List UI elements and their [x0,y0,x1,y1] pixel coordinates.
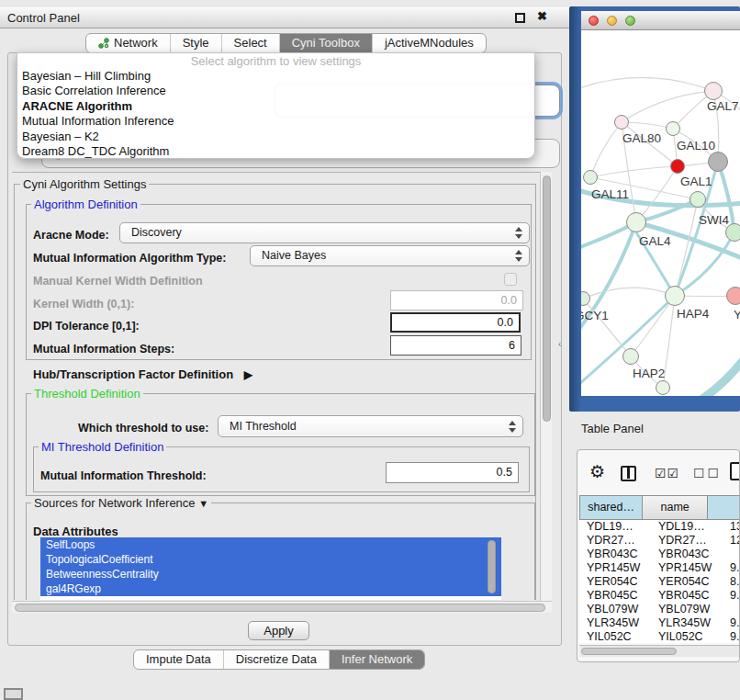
settings-horizontal-scrollbar[interactable] [12,601,552,613]
cell: YBR043C [587,548,647,561]
node-label-gal80: GAL80 [622,131,661,145]
table-row[interactable]: YDR27…YDR27…12 [579,534,740,548]
settings-scroll-area: Cyni Algorithm Settings Algorithm Defini… [13,173,539,600]
table-row[interactable]: YDL19…YDL19…13 [579,520,740,534]
cell: 9. [730,630,740,643]
tab-infer-network[interactable]: Infer Network [329,650,424,669]
cell: YDL19… [587,520,647,534]
network-node[interactable] [666,121,680,136]
aracne-mode-select[interactable]: Discovery [119,222,530,243]
network-view[interactable]: GAL7GAL80GAL10GAL1GAL11SWI4GAL4GCY1HAP4Y… [581,30,740,396]
network-node[interactable] [704,82,723,100]
table-row[interactable]: YBL079WYBL079W [579,603,740,616]
kernel-width-label: Kernel Width (0,1): [33,298,134,310]
tab-label: Impute Data [146,650,211,669]
stepper-arrows-icon [515,227,522,240]
mi-type-label: Mutual Information Algorithm Type: [33,252,226,265]
attribute-list-scrollbar[interactable] [488,540,496,593]
minimize-traffic-light[interactable] [607,16,617,26]
kernel-width-field[interactable]: 0.0 [390,290,523,310]
table-horizontal-scrollbar[interactable] [579,645,739,657]
hub-definition-toggle[interactable]: Hub/Transcription Factor Definition ▶ [33,367,252,381]
algorithm-dropdown-placeholder: Select algorithm to view settings [17,53,534,69]
close-traffic-light[interactable] [589,16,599,26]
network-node[interactable] [670,159,685,174]
column-header-name[interactable]: name [643,495,708,520]
expand-right-icon[interactable]: ▶ [244,368,252,381]
algorithm-option-mutual-information-inference[interactable]: Mutual Information Inference [17,114,534,129]
select-all-checkboxes-icon[interactable]: ☑☑ [655,466,679,480]
node-label-y: Y [734,308,740,322]
network-node[interactable] [583,170,598,185]
algorithm-option-bayesian-hill-climbing[interactable]: Bayesian – Hill Climbing [17,69,534,84]
tab-style[interactable]: Style [170,34,221,52]
dpi-tolerance-field[interactable]: 0.0 [390,312,521,333]
attribute-item-topologicalcoefficient[interactable]: TopologicalCoefficient [40,552,501,567]
network-node[interactable] [626,212,646,232]
table-row[interactable]: YBR045CYBR045C9. [579,589,740,603]
tab-cyni-toolbox[interactable]: Cyni Toolbox [279,34,372,52]
gear-icon[interactable]: ⚙ [589,463,605,480]
network-node[interactable] [708,152,728,172]
column-layout-icon[interactable] [621,466,636,481]
horizontal-scrollbar-thumb[interactable] [15,604,545,612]
sources-group-title[interactable]: Sources for Network Inference ▼ [31,496,211,510]
network-node[interactable] [614,115,629,130]
zoom-traffic-light[interactable] [625,16,635,26]
manual-kernel-label: Manual Kernel Width Definition [33,275,203,288]
network-node[interactable] [690,191,706,208]
network-node[interactable] [656,380,670,395]
apply-button[interactable]: Apply [248,621,309,640]
column-header-shared[interactable]: shared… [579,495,643,520]
table-row[interactable]: YPR145WYPR145W9. [579,561,740,575]
deselect-all-checkboxes-icon[interactable]: ☐☐ [693,466,722,480]
tab-jactivemnodules[interactable]: jActiveMNodules [372,34,486,52]
expand-down-icon[interactable]: ▼ [198,498,208,509]
attribute-item-gal4rgexp[interactable]: gal4RGexp [40,581,501,596]
float-window-icon[interactable] [515,13,525,23]
which-threshold-select[interactable]: MI Threshold [218,415,523,437]
table-row[interactable]: YLR345WYLR345W9. [579,616,740,630]
algorithm-option-basic-correlation-inference[interactable]: Basic Correlation Inference [17,84,534,98]
network-node[interactable] [665,286,685,306]
network-node[interactable] [726,287,740,305]
split-pane-grip[interactable]: ‹ [558,339,561,349]
tab-discretize-data[interactable]: Discretize Data [223,650,329,669]
table-row[interactable]: YBR043CYBR043C [579,548,740,561]
attribute-item-selfloops[interactable]: SelfLoops [40,537,501,552]
tab-label: Cyni Toolbox [292,34,360,52]
control-panel-title: Control Panel [7,11,80,25]
column-header-extra[interactable] [708,495,740,520]
cell: 12 [730,534,740,548]
cell: YER054C [587,575,647,589]
mi-threshold-field[interactable]: 0.5 [386,462,519,483]
node-label-gal11: GAL11 [591,187,629,201]
mi-algorithm-type-select[interactable]: Naive Bayes [250,245,530,266]
attribute-item-betweennesscentrality[interactable]: BetweennessCentrality [40,567,501,581]
algorithm-option-bayesian-k2[interactable]: Bayesian – K2 [17,130,534,144]
table-row[interactable]: YER054CYER054C8. [579,575,740,589]
algorithm-option-dream8-dc-tdc-algorithm[interactable]: Dream8 DC_TDC Algorithm [17,144,534,159]
tab-network[interactable]: Network [86,34,170,52]
settings-vertical-scrollbar[interactable] [540,172,552,601]
network-node[interactable] [622,348,639,365]
mi-threshold-group-title: MI Threshold Definition [39,440,166,454]
tab-impute-data[interactable]: Impute Data [134,650,223,669]
cell: YBR043C [658,548,719,561]
mi-steps-field[interactable]: 6 [390,335,521,356]
manual-kernel-checkbox[interactable] [504,273,517,286]
minimized-panel-icon[interactable] [4,688,23,700]
table-row[interactable]: YIL052CYIL052C9. [579,630,740,643]
network-window-titlebar[interactable] [581,11,740,30]
dpi-tolerance-label: DPI Tolerance [0,1]: [33,320,140,333]
tab-select[interactable]: Select [221,34,279,52]
table-panel-title: Table Panel [581,422,644,435]
vertical-scrollbar-thumb[interactable] [543,175,551,422]
close-icon[interactable]: ✖ [537,9,547,23]
algorithm-option-aracne-algorithm[interactable]: ARACNE Algorithm [17,99,534,114]
node-label-gal10: GAL10 [677,139,715,152]
sources-title-text: Sources for Network Inference [34,496,196,510]
import-table-icon[interactable] [730,462,740,480]
table-scrollbar-thumb[interactable] [581,648,677,655]
data-attributes-label: Data Attributes [33,525,118,538]
